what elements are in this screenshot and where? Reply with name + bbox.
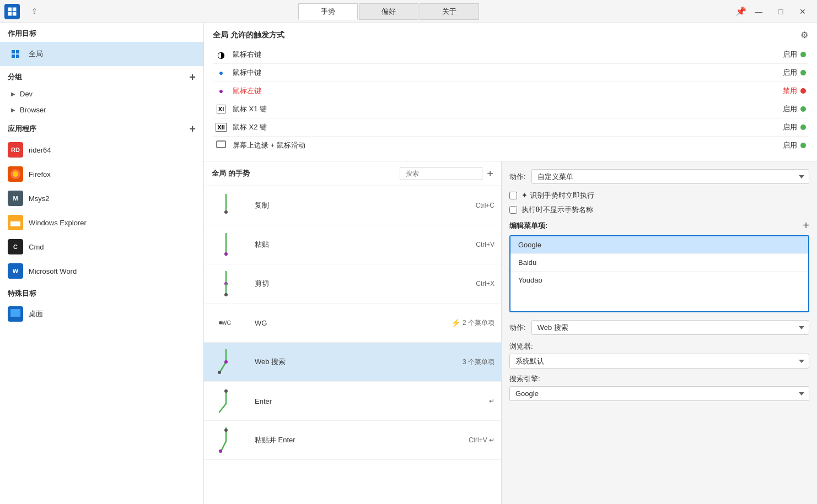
special-section-header: 特殊目标 — [0, 283, 203, 302]
close-button[interactable]: ✕ — [793, 4, 813, 19]
tab-about[interactable]: 关于 — [420, 3, 479, 20]
right-panel: 动作: 自定义菜单 Web 搜索 运行程序 ✦ 识别手势时立即执行 执行时不显示… — [502, 161, 817, 504]
trigger-row-edge[interactable]: 屏幕上边缘 + 鼠标滑动 启用 — [213, 137, 808, 154]
gesture-shortcut: Ctrl+C — [476, 202, 495, 209]
trigger-name: 鼠标右键 — [233, 50, 261, 59]
menu-list-item-google[interactable]: Google — [510, 236, 808, 254]
svg-rect-6 — [12, 318, 19, 319]
menu-items-text: 编辑菜单项: — [509, 221, 547, 231]
global-icon — [8, 46, 23, 62]
checkbox-row-2: 执行时不显示手势名称 — [509, 205, 809, 215]
minimize-button[interactable]: — — [749, 4, 768, 19]
word-icon: W — [8, 263, 23, 279]
hide-name-checkbox[interactable] — [509, 206, 517, 214]
groups-label: 分组 — [8, 72, 22, 82]
status-text: 启用 — [783, 50, 797, 59]
trigger-right: 启用 — [783, 122, 806, 132]
sidebar-item-windows-explorer[interactable]: Windows Explorer — [0, 210, 203, 235]
add-app-button[interactable]: + — [189, 123, 196, 134]
left-mouse-icon: ● — [215, 85, 227, 97]
menu-list-item-youdao[interactable]: Youdao — [510, 272, 808, 289]
svg-point-16 — [224, 293, 228, 296]
gesture-name: WG — [255, 319, 267, 327]
search-engine-label: 搜索引擎: — [509, 374, 809, 384]
svg-line-24 — [219, 404, 226, 412]
add-gesture-button[interactable]: + — [487, 167, 493, 180]
menu-list: Google Baidu Youdao — [509, 235, 809, 312]
maximize-button[interactable]: □ — [771, 4, 791, 19]
svg-text:WG: WG — [222, 320, 231, 326]
gesture-row-paste-enter[interactable]: 粘贴并 Enter Ctrl+V ↵ — [204, 421, 501, 460]
status-text: 启用 — [783, 104, 797, 114]
checkbox-row-1: ✦ 识别手势时立即执行 — [509, 191, 809, 200]
triangle-icon: ▶ — [11, 91, 15, 97]
status-dot — [800, 143, 806, 148]
tab-gesture[interactable]: 手势 — [298, 3, 358, 20]
gesture-row-copy[interactable]: 复制 Ctrl+C — [204, 186, 501, 225]
status-text: 启用 — [783, 140, 797, 150]
trigger-left: ● 鼠标左键 — [215, 85, 261, 97]
menu-list-item-baidu[interactable]: Baidu — [510, 254, 808, 272]
rider64-label: rider64 — [29, 146, 51, 154]
action-select-2[interactable]: Web 搜索 自定义菜单 — [531, 320, 809, 335]
trigger-row-right[interactable]: ◑ 鼠标右键 启用 — [213, 46, 808, 64]
sidebar-item-msys2[interactable]: M Msys2 — [0, 186, 203, 210]
gesture-drawing — [204, 421, 248, 459]
tabs: 手势 偏好 关于 — [298, 3, 479, 20]
cmd-label: Cmd — [29, 243, 44, 251]
sidebar-item-global[interactable]: 全局 — [0, 42, 203, 66]
group-item-dev[interactable]: ▶ Dev — [0, 86, 203, 102]
sidebar-item-desktop[interactable]: 桌面 — [0, 302, 203, 326]
gesture-row-paste[interactable]: 粘贴 Ctrl+V — [204, 225, 501, 264]
gesture-row-enter[interactable]: Enter ↵ — [204, 382, 501, 421]
add-group-button[interactable]: + — [189, 72, 196, 83]
svg-rect-3 — [10, 219, 20, 221]
status-text: 禁用 — [783, 86, 797, 96]
sidebar-item-firefox[interactable]: Firefox — [0, 162, 203, 186]
settings-icon[interactable]: ⚙ — [800, 30, 808, 40]
svg-point-29 — [219, 449, 222, 453]
gesture-row-websearch[interactable]: Web 搜索 3 个菜单项 — [204, 343, 501, 382]
gesture-drawing — [204, 186, 248, 225]
action-row-1: 动作: 自定义菜单 Web 搜索 运行程序 — [509, 169, 809, 184]
triggers-header: 全局 允许的触发方式 ⚙ — [213, 30, 808, 40]
status-text: 启用 — [783, 122, 797, 132]
upload-button[interactable]: ⇪ — [26, 4, 42, 19]
group-item-browser[interactable]: ▶ Browser — [0, 102, 203, 118]
svg-point-28 — [224, 429, 228, 432]
trigger-row-middle[interactable]: ● 鼠标中键 启用 — [213, 64, 808, 82]
sidebar-item-word[interactable]: W Microsoft Word — [0, 259, 203, 283]
group-dev-label: Dev — [20, 90, 33, 98]
action-select-1[interactable]: 自定义菜单 Web 搜索 运行程序 — [531, 169, 809, 184]
sidebar-item-cmd[interactable]: C Cmd — [0, 235, 203, 259]
gesture-row-wg[interactable]: WG WG ⚡ 2 个菜单项 — [204, 304, 501, 343]
gesture-name: 粘贴 — [255, 240, 269, 250]
gesture-drawing — [204, 382, 248, 420]
rider64-icon: RD — [8, 142, 23, 158]
trigger-left: ◑ 鼠标右键 — [215, 48, 261, 61]
gesture-info: 粘贴并 Enter Ctrl+V ↵ — [248, 435, 501, 445]
instant-execute-checkbox[interactable] — [509, 192, 517, 199]
sidebar-item-rider64[interactable]: RD rider64 — [0, 138, 203, 162]
firefox-icon — [8, 166, 23, 182]
middle-mouse-icon: ● — [215, 67, 227, 79]
trigger-row-x2[interactable]: XII 鼠标 X2 键 启用 — [213, 118, 808, 137]
browser-select[interactable]: 系统默认 Firefox Chrome — [509, 354, 809, 368]
trigger-name: 鼠标 X1 键 — [233, 104, 267, 114]
gesture-row-cut[interactable]: 剪切 Ctrl+X — [204, 264, 501, 304]
add-menu-item-button[interactable]: + — [803, 219, 809, 232]
tab-preference[interactable]: 偏好 — [359, 3, 418, 20]
gestures-list-title: 全局 的手势 — [212, 169, 250, 178]
gesture-shortcut: ↵ — [489, 397, 495, 405]
search-input[interactable] — [400, 167, 482, 180]
gesture-detail: 3 个菜单项 — [463, 357, 495, 367]
search-engine-select[interactable]: Google Baidu Bing Youdao — [509, 386, 809, 401]
trigger-row-x1[interactable]: XI 鼠标 X1 键 启用 — [213, 100, 808, 118]
global-label: 全局 — [29, 49, 43, 59]
svg-point-12 — [224, 252, 228, 256]
x2-icon: XII — [215, 121, 227, 133]
gesture-drawing — [204, 343, 248, 381]
trigger-name: 鼠标中键 — [233, 68, 261, 78]
pin-icon[interactable]: 📌 — [735, 6, 746, 17]
trigger-row-left[interactable]: ● 鼠标左键 禁用 — [213, 82, 808, 100]
